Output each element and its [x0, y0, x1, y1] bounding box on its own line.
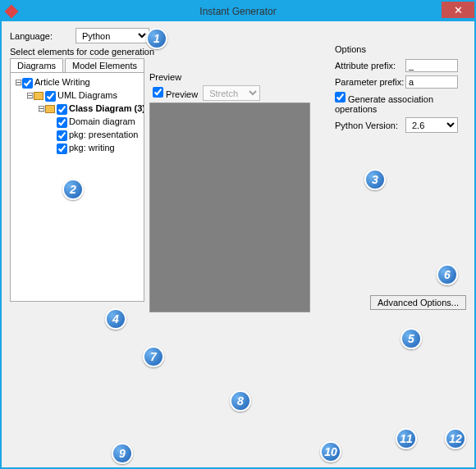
checkbox[interactable] [22, 78, 33, 89]
tree-node-article-writing[interactable]: ⊟Article Writing ⊟UML Diagrams ⊟Class Di… [14, 75, 142, 154]
attr-prefix-input[interactable] [405, 59, 458, 72]
language-select[interactable]: Python [76, 28, 149, 43]
gen-assoc-checkbox[interactable]: Generate association operations [335, 92, 466, 114]
preview-controls: Preview Stretch [149, 84, 310, 102]
advanced-options-button[interactable]: Advanced Options... [370, 295, 466, 310]
window-title: Instant Generator [199, 6, 276, 17]
checkbox[interactable] [57, 143, 67, 154]
checkbox[interactable] [57, 117, 67, 128]
tab-diagrams[interactable]: Diagrams [10, 58, 63, 72]
content: Language: Python Select elements for cod… [3, 23, 473, 466]
py-version-select[interactable]: 2.6 [405, 117, 458, 133]
tree-node-domain[interactable]: Domain diagram [48, 115, 142, 128]
tree-node-class-diagram[interactable]: ⊟Class Diagram (3) Domain diagram pkg: p… [37, 102, 142, 154]
folder-icon [34, 92, 43, 100]
close-button[interactable]: ✕ [442, 2, 474, 18]
param-prefix-label: Parameter prefix: [335, 77, 405, 87]
checkbox[interactable] [45, 91, 56, 102]
preview-group-label: Preview [149, 72, 310, 82]
tree-node-presentation[interactable]: pkg: presentation [48, 128, 142, 141]
tab-model-elements[interactable]: Model Elements [65, 58, 144, 72]
tree-node-writing[interactable]: pkg: writing [48, 141, 142, 154]
checkbox[interactable] [57, 130, 67, 141]
select-elements-label: Select elements for code generation [10, 47, 154, 57]
param-prefix-input[interactable] [405, 75, 458, 89]
tree-panel[interactable]: ⊟Article Writing ⊟UML Diagrams ⊟Class Di… [10, 72, 144, 302]
py-version-label: Python Version: [335, 121, 405, 130]
attr-prefix-label: Attribute prefix: [335, 61, 405, 71]
titlebar[interactable]: Instant Generator ✕ [2, 2, 474, 21]
tree-node-uml-diagrams[interactable]: ⊟UML Diagrams ⊟Class Diagram (3) Domain … [25, 89, 142, 154]
language-row: Language: Python [10, 28, 466, 43]
preview-panel: Preview Preview Stretch [149, 72, 310, 312]
preview-checkbox[interactable]: Preview [153, 87, 198, 99]
options-group: Options Attribute prefix: Parameter pref… [335, 44, 466, 136]
folder-icon [45, 105, 55, 113]
app-icon [5, 5, 19, 19]
checkbox[interactable] [57, 104, 67, 115]
options-label: Options [335, 44, 466, 54]
close-icon: ✕ [454, 4, 463, 16]
preview-image [149, 102, 310, 312]
preview-mode-select[interactable]: Stretch [203, 85, 260, 101]
window: Instant Generator ✕ Language: Python Sel… [0, 0, 476, 469]
language-label: Language: [10, 31, 53, 41]
